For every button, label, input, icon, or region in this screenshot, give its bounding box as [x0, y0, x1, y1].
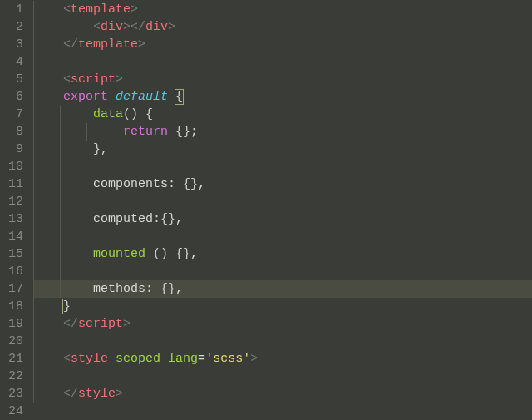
- token-string: 'scss': [205, 352, 250, 366]
- indent-guide: [60, 263, 61, 280]
- token-white: [108, 90, 116, 104]
- token-white: [33, 282, 93, 296]
- token-punc: :: [168, 177, 175, 191]
- indent-guide: [33, 350, 34, 368]
- code-line[interactable]: components: {},: [33, 175, 532, 193]
- line-number: 5: [7, 71, 23, 88]
- token-white: [33, 352, 63, 366]
- line-number: 8: [7, 123, 23, 141]
- token-prop: methods: [93, 282, 145, 296]
- token-funcdef: data: [93, 107, 123, 121]
- token-punc: {}: [160, 282, 175, 296]
- indent-guide: [60, 106, 61, 123]
- code-line[interactable]: mounted () {},: [33, 245, 532, 263]
- code-line[interactable]: export default {: [33, 88, 532, 106]
- token-gray: >: [168, 20, 175, 34]
- token-punc: {}: [175, 247, 190, 261]
- token-attr: scoped: [116, 352, 160, 366]
- token-white: [33, 90, 63, 104]
- code-line[interactable]: [33, 158, 532, 175]
- code-line[interactable]: methods: {},: [33, 280, 532, 298]
- code-line[interactable]: computed:{},: [33, 210, 532, 228]
- indent-guide: [33, 1, 34, 18]
- indent-guide: [60, 175, 61, 193]
- indent-guide: [33, 263, 34, 280]
- token-white: [33, 125, 123, 139]
- token-gray: <: [63, 2, 71, 17]
- line-number: 16: [7, 263, 23, 280]
- code-line[interactable]: [33, 193, 532, 210]
- token-white: [33, 299, 63, 314]
- token-gray: <: [63, 352, 71, 366]
- code-line[interactable]: <script>: [33, 71, 532, 88]
- line-number: 20: [7, 333, 23, 350]
- code-line[interactable]: </template>: [33, 36, 532, 53]
- line-number: 6: [7, 88, 23, 106]
- code-line[interactable]: [33, 368, 532, 385]
- token-white: [33, 107, 93, 121]
- indent-guide: [33, 106, 34, 123]
- token-white: [33, 212, 93, 226]
- token-prop: ,: [175, 212, 183, 226]
- indent-guide: [60, 280, 61, 298]
- code-line[interactable]: </script>: [33, 315, 532, 333]
- token-keyword: export: [63, 90, 108, 104]
- code-line[interactable]: [33, 403, 532, 420]
- line-number: 1: [7, 1, 23, 18]
- line-number: 4: [7, 53, 23, 71]
- token-storage: default: [116, 90, 168, 104]
- token-white: [168, 247, 175, 261]
- token-prop: ,: [175, 282, 183, 296]
- indent-guide: [33, 193, 34, 210]
- token-gray: </: [63, 317, 78, 331]
- bracket-match: }: [62, 299, 71, 314]
- indent-guide: [33, 123, 34, 141]
- code-line[interactable]: data() {: [33, 106, 532, 123]
- token-prop: ,: [101, 142, 108, 156]
- token-prop: =: [198, 352, 205, 366]
- indent-guide: [60, 228, 61, 245]
- code-editor[interactable]: <template> <div></div> </template> <scri…: [33, 0, 532, 420]
- code-line[interactable]: <template>: [33, 1, 532, 18]
- token-white: [33, 20, 93, 34]
- indent-guide: [33, 175, 34, 193]
- token-tag: div: [145, 20, 168, 34]
- token-punc: :: [145, 282, 153, 296]
- code-line[interactable]: [33, 263, 532, 280]
- token-tag: style: [71, 352, 108, 366]
- indent-guide: [60, 141, 61, 158]
- indent-guide: [60, 158, 61, 175]
- token-white: [175, 177, 183, 191]
- code-line[interactable]: <div></div>: [33, 18, 532, 36]
- line-number: 15: [7, 245, 23, 263]
- token-punc: {}: [183, 177, 198, 191]
- token-gray: </: [63, 387, 78, 401]
- line-number: 11: [7, 175, 23, 193]
- indent-guide: [33, 18, 34, 36]
- token-tag: script: [78, 317, 123, 331]
- line-number: 13: [7, 210, 23, 228]
- indent-guide: [60, 193, 61, 210]
- code-line[interactable]: [33, 333, 532, 350]
- code-line[interactable]: [33, 53, 532, 71]
- indent-guide: [60, 210, 61, 228]
- token-funcdef: mounted: [93, 247, 145, 261]
- indent-guide: [33, 71, 34, 88]
- code-line[interactable]: return {};: [33, 123, 532, 141]
- indent-guide: [33, 88, 34, 106]
- line-number: 14: [7, 228, 23, 245]
- token-gray: >: [250, 352, 258, 366]
- token-white: [33, 37, 63, 52]
- token-tag: script: [71, 72, 116, 86]
- code-line[interactable]: },: [33, 141, 532, 158]
- code-line[interactable]: </style>: [33, 385, 532, 403]
- bracket-match: {: [175, 89, 184, 105]
- code-line[interactable]: }: [33, 298, 532, 315]
- code-line[interactable]: <style scoped lang='scss'>: [33, 350, 532, 368]
- indent-guide: [33, 53, 34, 71]
- line-number: 17: [7, 280, 23, 298]
- token-prop: ,: [198, 177, 205, 191]
- token-white: [33, 177, 93, 191]
- code-line[interactable]: [33, 228, 532, 245]
- token-white: [168, 125, 175, 139]
